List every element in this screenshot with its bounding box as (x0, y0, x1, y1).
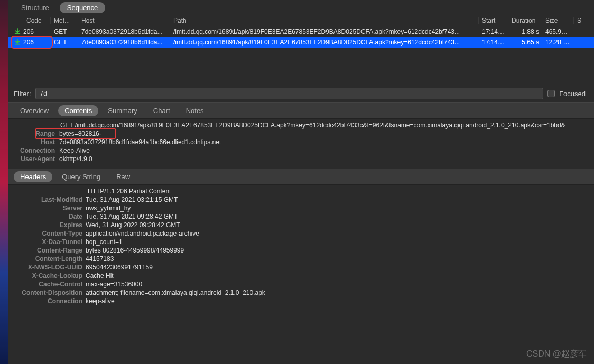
response-header-row: Connectionkeep-alive (8, 297, 594, 305)
request-line: GET /imtt.dd.qq.com/16891/apk/819F0E3EA2… (8, 121, 594, 129)
col-method[interactable]: Met... (51, 17, 78, 24)
response-header-key: X-Daa-Tunnel (8, 238, 86, 246)
request-header-value: bytes=802816- (59, 130, 594, 137)
col-duration[interactable]: Duration (508, 17, 542, 24)
cell-size: 12.28 MB (542, 39, 574, 46)
col-size[interactable]: Size (542, 17, 574, 24)
filter-input[interactable] (35, 88, 544, 99)
response-header-value: hop_count=1 (86, 238, 123, 246)
tab-query-string[interactable]: Query String (55, 171, 107, 182)
response-header-row: DateTue, 31 Aug 2021 09:28:42 GMT (8, 212, 594, 221)
view-mode-tabs: Structure Sequence (8, 0, 594, 15)
response-header-value: Cache Hit (86, 272, 114, 279)
col-path[interactable]: Path (170, 17, 479, 24)
response-header-value: Tue, 31 Aug 2021 09:28:42 GMT (86, 213, 178, 220)
tab-contents[interactable]: Contents (58, 105, 98, 116)
request-header-row: Host7de0893a0372918b6d1fdae94a1bc66e.dli… (8, 138, 594, 146)
cell-method: GET (51, 28, 78, 35)
tab-headers[interactable]: Headers (14, 171, 52, 182)
cell-duration: 5.65 s (508, 39, 542, 46)
response-status-text: HTTP/1.1 206 Partial Content (8, 188, 171, 195)
table-row[interactable]: 206GET7de0893a0372918b6d1fda.../imtt.dd.… (8, 26, 594, 37)
request-header-key: Host (8, 138, 59, 146)
response-header-value: Tue, 31 Aug 2021 03:21:15 GMT (86, 196, 178, 203)
request-header-value: 7de0893a0372918b6d1fdae94a1bc66e.dlied1.… (59, 138, 594, 146)
response-header-row: Cache-Controlmax-age=31536000 (8, 280, 594, 288)
response-header-key: Date (8, 213, 86, 220)
request-header-value: Keep-Alive (59, 147, 594, 154)
filter-label: Filter: (14, 90, 31, 98)
response-header-key: Content-Disposition (8, 289, 86, 296)
cell-path: /imtt.dd.qq.com/16891/apk/819F0E3EA2E678… (170, 28, 479, 35)
response-header-key: Expires (8, 221, 86, 229)
tab-summary[interactable]: Summary (101, 105, 144, 116)
response-view-tabs: Headers Query String Raw (8, 169, 594, 185)
response-header-row: Last-ModifiedTue, 31 Aug 2021 03:21:15 G… (8, 195, 594, 204)
request-header-key: Range (8, 130, 59, 137)
download-icon (14, 28, 21, 35)
response-header-key: Server (8, 204, 86, 212)
table-row[interactable]: 206GET7de0893a0372918b6d1fda.../imtt.dd.… (8, 37, 594, 48)
response-header-row: X-Cache-LookupCache Hit (8, 272, 594, 280)
tab-sequence[interactable]: Sequence (60, 2, 106, 13)
request-table: Code Met... Host Path Start Duration Siz… (8, 15, 594, 48)
response-header-value: attachment; filename=com.ximalaya.qiqi.a… (86, 289, 265, 296)
cell-method: GET (51, 39, 78, 46)
request-header-row: Rangebytes=802816- (8, 129, 594, 138)
request-headers-panel: GET /imtt.dd.qq.com/16891/apk/819F0E3EA2… (8, 119, 594, 169)
cell-code: 206 (23, 39, 34, 46)
focused-checkbox[interactable] (547, 90, 555, 97)
response-header-value: 6950442306991791159 (86, 264, 153, 271)
cell-host: 7de0893a0372918b6d1fda... (78, 28, 170, 35)
filter-bar: Filter: Focused (8, 85, 594, 102)
table-empty-area (8, 48, 594, 85)
cell-host: 7de0893a0372918b6d1fda... (78, 39, 170, 46)
response-header-value: 44157183 (86, 255, 114, 263)
response-header-key: Last-Modified (8, 196, 86, 203)
response-header-row: ExpiresWed, 31 Aug 2022 09:28:42 GMT (8, 221, 594, 229)
response-header-value: Wed, 31 Aug 2022 09:28:42 GMT (86, 221, 180, 229)
request-header-key: User-Agent (8, 155, 59, 163)
response-header-row: Content-Length44157183 (8, 255, 594, 263)
response-header-value: bytes 802816-44959998/44959999 (86, 247, 184, 254)
response-headers-panel: HTTP/1.1 206 Partial Content Last-Modifi… (8, 185, 594, 316)
request-line-text: GET /imtt.dd.qq.com/16891/apk/819F0E3EA2… (8, 122, 594, 129)
response-header-key: Content-Length (8, 255, 86, 263)
table-header-row: Code Met... Host Path Start Duration Siz… (8, 15, 594, 26)
response-header-key: X-Cache-Lookup (8, 272, 86, 279)
response-header-value: nws_yybmid_hy (86, 204, 131, 212)
tab-notes[interactable]: Notes (180, 105, 210, 116)
response-status-line: HTTP/1.1 206 Partial Content (8, 187, 594, 195)
response-header-row: X-NWS-LOG-UUID6950442306991791159 (8, 263, 594, 272)
response-header-value: application/vnd.android.package-archive (86, 230, 199, 237)
response-header-row: Servernws_yybmid_hy (8, 204, 594, 212)
response-header-row: Content-Typeapplication/vnd.android.pack… (8, 229, 594, 238)
response-header-value: keep-alive (86, 297, 115, 305)
window-edge-strip (0, 0, 8, 364)
detail-tabs: Overview Contents Summary Chart Notes (8, 102, 594, 119)
tab-chart[interactable]: Chart (147, 105, 177, 116)
tab-overview[interactable]: Overview (14, 105, 55, 116)
request-header-row: ConnectionKeep-Alive (8, 146, 594, 155)
cell-start: 17:14:48 (479, 39, 508, 46)
tab-raw[interactable]: Raw (110, 171, 136, 182)
col-host[interactable]: Host (78, 17, 170, 24)
app-root: Structure Sequence Code Met... Host Path… (8, 0, 594, 364)
response-header-value: max-age=31536000 (86, 281, 142, 288)
request-header-value: okhttp/4.9.0 (59, 155, 594, 163)
response-header-key: Cache-Control (8, 281, 86, 288)
response-header-key: Content-Range (8, 247, 86, 254)
col-status[interactable]: S (574, 17, 594, 24)
response-header-key: Content-Type (8, 230, 86, 237)
download-icon (14, 39, 21, 46)
request-header-key: Connection (8, 147, 59, 154)
response-header-row: Content-Dispositionattachment; filename=… (8, 288, 594, 297)
focused-label: Focused (559, 90, 586, 98)
col-start[interactable]: Start (479, 17, 508, 24)
tab-structure[interactable]: Structure (14, 2, 57, 13)
col-code[interactable]: Code (8, 17, 51, 24)
cell-code: 206 (23, 28, 34, 35)
response-header-row: X-Daa-Tunnelhop_count=1 (8, 238, 594, 246)
response-header-key: X-NWS-LOG-UUID (8, 264, 86, 271)
response-header-key: Connection (8, 297, 86, 305)
